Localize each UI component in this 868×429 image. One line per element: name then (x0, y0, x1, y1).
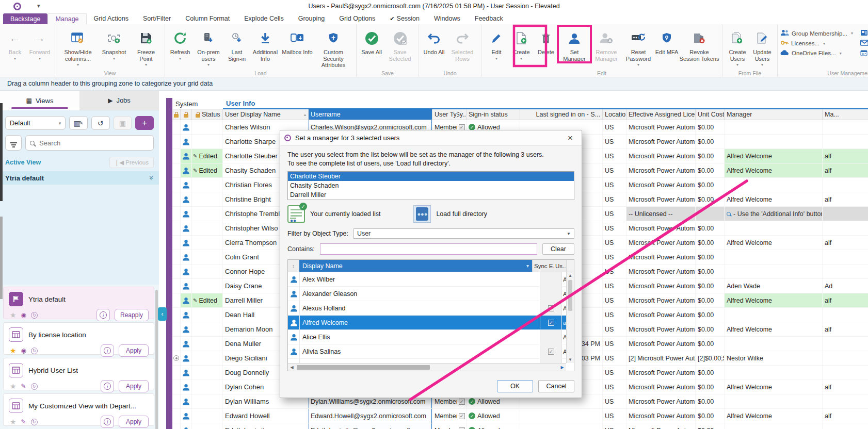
reset-view-button[interactable]: ↺ (91, 116, 110, 130)
column-header-unit-cost[interactable]: Unit Cost... (696, 109, 725, 120)
refresh-button[interactable]: Refresh▾ (168, 26, 192, 61)
tab-backstage[interactable]: Backstage (3, 13, 47, 24)
search-input[interactable] (38, 139, 149, 147)
sidebar-tab-jobs[interactable]: ▶Jobs (79, 91, 159, 110)
messages--button[interactable]: Messages...▾ (860, 40, 868, 47)
scroll-left-icon[interactable]: ◀ (288, 365, 296, 370)
revoke-session-tokens-button[interactable]: Revoke Session Tokens (679, 26, 719, 62)
star-icon[interactable]: ★ (10, 311, 17, 319)
table-row[interactable]: Edward HowellEdward.Howell@sygx2.onmicro… (172, 409, 868, 423)
add-view-button[interactable]: + (135, 116, 154, 130)
tab-manage[interactable]: Manage (47, 13, 86, 24)
view-card[interactable]: My Customized View with Depart...★✎↻iApp… (3, 393, 154, 426)
view-card[interactable]: Ytria default★◉↻iReapply (3, 287, 154, 319)
directory-user-row[interactable]: Alice EllisAli (288, 330, 574, 344)
column-header-status[interactable]: Status (192, 109, 223, 120)
save-all-button[interactable]: Save All (359, 26, 384, 56)
apply-button[interactable]: Apply (119, 380, 149, 392)
clear-button[interactable]: Clear (542, 243, 574, 255)
table-row[interactable]: Edyth LuciwitzEdyth.Luciwitz@sygx2.onmic… (172, 423, 868, 429)
display-name-column-header[interactable]: Display Name ▾ (299, 260, 532, 272)
tab-column-format[interactable]: Column Format (178, 13, 237, 24)
grouping-zone[interactable]: Drag a column header to this grouping zo… (0, 77, 868, 91)
info-button[interactable]: i (101, 344, 114, 357)
events--button[interactable]: Events...▾ (860, 50, 868, 57)
tab-feedback[interactable]: Feedback (468, 13, 510, 24)
object-type-dropdown[interactable]: User ▼ (353, 228, 574, 239)
column-header-manager[interactable]: Manager (725, 109, 823, 120)
column-header-location[interactable]: Locatio... (603, 109, 626, 120)
tab-explode-cells[interactable]: Explode Cells (237, 13, 291, 24)
directory-user-row[interactable]: Alexander GleasonAle (288, 287, 574, 301)
directory-user-row[interactable]: Alex WilberAle (288, 272, 574, 287)
contains-input[interactable] (320, 243, 537, 255)
sidebar-tab-views[interactable]: ▦Views (0, 91, 79, 110)
star-icon[interactable]: ★ (10, 383, 17, 390)
sync-column-header[interactable]: Sync E... (532, 260, 554, 272)
create-users-button[interactable]: Create Users▾ (725, 26, 750, 67)
directory-user-row[interactable]: Alexus Holland✓Ale (288, 301, 574, 316)
edit-views-button[interactable]: ▥✎ (69, 116, 88, 130)
username-column-header[interactable]: Us... (554, 260, 566, 272)
freeze-point-button[interactable]: Freeze Point▾ (130, 26, 162, 67)
hscroll-thumb[interactable] (297, 365, 430, 370)
star-icon[interactable]: ★ (10, 418, 17, 425)
directory-list-vscrollbar[interactable]: ▲ ▼ (566, 272, 574, 363)
search-box[interactable] (25, 135, 154, 151)
manager-target-user[interactable]: Darrell Miller (288, 190, 574, 200)
view-selector-dropdown[interactable]: Default ▾ (5, 116, 66, 130)
onedrive-files--button[interactable]: OneDrive Files...▾ (780, 50, 853, 57)
view-card[interactable]: Hybrid User List★✎↻iApply (3, 358, 154, 390)
custom-security-attributes-button[interactable]: Custom Security Attributes (313, 26, 353, 69)
update-users-button[interactable]: Update Users▾ (750, 26, 775, 67)
tab-grid-options[interactable]: Grid Options (332, 13, 382, 24)
source-option-full-directory[interactable]: ●●● Load full directory (413, 205, 487, 223)
save-view-button[interactable]: ▣ (114, 116, 132, 130)
directory-user-row[interactable]: Alfred Welcome✓alf (288, 316, 574, 330)
tab-session[interactable]: ✔Session (382, 13, 427, 24)
last-sign-in-button[interactable]: Last Sign-in (224, 26, 249, 62)
directory-list-hscrollbar[interactable]: ◀ ▶ (288, 363, 566, 371)
edit-mfa-button[interactable]: Edit MFA (654, 26, 679, 56)
ok-button[interactable]: OK (497, 380, 533, 392)
info-button[interactable]: i (101, 416, 114, 428)
set-manager-button[interactable]: Set Manager (558, 26, 590, 62)
dialog-title-bar[interactable]: Set a manager for 3 selected users × (280, 130, 582, 146)
reapply-button[interactable]: Reapply (115, 309, 149, 321)
star-icon[interactable]: ★ (10, 347, 17, 354)
column-header-user-type[interactable]: User Type (432, 109, 457, 120)
view-section-header[interactable]: Ytria default » (0, 171, 159, 185)
directory-user-row[interactable] (288, 359, 574, 363)
close-icon[interactable]: × (563, 133, 577, 143)
tab-windows[interactable]: Windows (427, 13, 468, 24)
apply-button[interactable]: Apply (119, 416, 149, 428)
column-header-username[interactable]: Username (309, 109, 432, 120)
sidebar-collapse-handle[interactable]: ‹ (158, 307, 167, 321)
column-header-last-signed-in[interactable]: Last signed in on - S... (520, 109, 603, 120)
undo-all-button[interactable]: Undo All (422, 26, 446, 56)
view-card[interactable]: By license location★◉↻iApply (3, 322, 154, 355)
show-hide-columns--button[interactable]: Show/Hide columns...▾ (58, 26, 98, 67)
tab-grid-actions[interactable]: Grid Actions (87, 13, 136, 24)
create-button[interactable]: Create▾ (509, 26, 534, 61)
edit-button[interactable]: Edit▾ (484, 26, 509, 61)
tab-sort-filter[interactable]: Sort/Filter (136, 13, 178, 24)
additional-info-button[interactable]: Additional Info (249, 26, 281, 62)
source-option-loaded-list[interactable]: ●●✓ Your currently loaded list (287, 205, 380, 223)
previous-view-button[interactable]: ❘◀ Previous (109, 157, 154, 168)
column-header-manager-2[interactable]: Ma... (823, 109, 868, 120)
mailbox-info-button[interactable]: Mailbox Info (281, 26, 313, 56)
vscroll-thumb[interactable] (568, 280, 572, 311)
chevron-collapse-icon[interactable]: » (148, 176, 156, 180)
licenses--button[interactable]: Licenses...▾ (780, 40, 853, 47)
cancel-button[interactable]: Cancel (538, 380, 574, 392)
scroll-up-icon[interactable]: ▲ (567, 272, 574, 279)
group-membership--button[interactable]: Group Membership...▾ (780, 29, 853, 37)
scroll-right-icon[interactable]: ▶ (558, 365, 566, 370)
scroll-down-icon[interactable]: ▼ (567, 356, 574, 363)
manager-target-user[interactable]: Chasity Schaden (288, 181, 574, 190)
column-header-sync[interactable]: Sy... (457, 109, 467, 120)
filter-button[interactable] (5, 135, 22, 151)
mailbox-permiss--button[interactable]: Mailbox Permiss... (860, 29, 868, 37)
column-header-license[interactable]: Effective Assigned Licens... (626, 109, 696, 120)
